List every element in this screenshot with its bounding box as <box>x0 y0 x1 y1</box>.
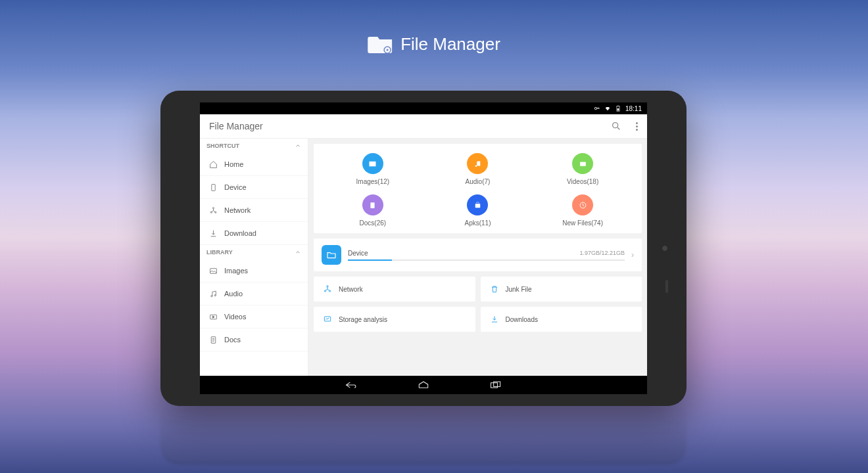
category-images[interactable]: Images(12) <box>320 153 425 185</box>
chevron-up-icon <box>295 249 301 256</box>
sidebar-item-label: Download <box>224 229 256 237</box>
category-newfiles[interactable]: New Files(74) <box>530 194 635 227</box>
category-videos[interactable]: Videos(18) <box>530 153 635 185</box>
svg-point-8 <box>212 207 214 208</box>
promo-title: File Manager <box>368 33 500 55</box>
download-icon <box>490 315 499 324</box>
category-label: Audio(7) <box>466 178 491 185</box>
clock-icon <box>572 194 593 215</box>
image-icon <box>209 267 218 275</box>
svg-point-18 <box>475 165 477 167</box>
tablet-frame: 18:11 File Manager SHORTCUT Home <box>160 91 687 406</box>
storage-bar-fill <box>348 259 392 261</box>
category-label: Images(12) <box>356 178 390 185</box>
svg-rect-7 <box>212 184 215 191</box>
svg-point-24 <box>327 286 328 287</box>
app-bar: File Manager <box>200 114 647 139</box>
storage-card[interactable]: Device 1.97GB/12.21GB › <box>314 238 642 271</box>
home-icon <box>209 160 218 169</box>
images-icon <box>362 153 383 174</box>
docs-icon <box>362 194 383 215</box>
storage-name: Device <box>348 250 368 257</box>
recents-button[interactable] <box>489 380 502 390</box>
folder-gear-icon <box>368 33 394 55</box>
svg-point-19 <box>479 164 481 166</box>
category-label: Apks(11) <box>464 219 491 227</box>
audio-icon <box>209 290 218 298</box>
storage-size: 1.97GB/12.21GB <box>579 250 625 257</box>
action-label: Downloads <box>506 316 538 323</box>
network-icon <box>209 206 218 215</box>
tablet-reflection <box>160 406 687 465</box>
sidebar-item-label: Home <box>224 160 243 168</box>
chevron-up-icon <box>295 143 301 149</box>
sidebar-item-label: Images <box>224 267 248 275</box>
folder-icon <box>322 245 341 265</box>
sidebar-item-images[interactable]: Images <box>200 259 308 282</box>
main-content: Images(12) Audio(7) Videos(18) Docs(26) <box>308 139 647 376</box>
sidebar-item-network[interactable]: Network <box>200 199 308 222</box>
sidebar-item-device[interactable]: Device <box>200 176 308 199</box>
sidebar-item-download[interactable]: Download <box>200 222 308 245</box>
search-icon[interactable] <box>611 121 621 131</box>
wifi-icon <box>604 105 611 112</box>
sidebar-item-label: Audio <box>224 290 243 298</box>
category-audio[interactable]: Audio(7) <box>425 153 531 185</box>
svg-point-13 <box>214 294 216 296</box>
svg-rect-11 <box>210 268 217 273</box>
status-bar: 18:11 <box>200 102 647 114</box>
category-label: New Files(74) <box>562 219 603 227</box>
sidebar-item-videos[interactable]: Videos <box>200 305 308 328</box>
back-button[interactable] <box>345 380 358 390</box>
sidebar-section-library[interactable]: LIBRARY <box>200 245 308 259</box>
action-storage-analysis[interactable]: Storage analysis <box>314 307 475 332</box>
action-downloads[interactable]: Downloads <box>481 307 642 332</box>
action-label: Network <box>339 286 363 293</box>
categories-card: Images(12) Audio(7) Videos(18) Docs(26) <box>314 144 642 233</box>
home-button[interactable] <box>417 380 430 390</box>
device-icon <box>209 183 218 192</box>
category-apks[interactable]: Apks(11) <box>425 194 531 227</box>
workspace: SHORTCUT Home Device Network Down <box>200 139 647 376</box>
svg-rect-22 <box>475 204 481 208</box>
svg-rect-4 <box>617 108 619 110</box>
category-label: Docs(26) <box>360 219 387 227</box>
chevron-right-icon: › <box>631 250 634 259</box>
action-label: Junk File <box>506 286 532 293</box>
overflow-menu-icon[interactable] <box>636 122 638 131</box>
android-navbar <box>200 376 647 394</box>
sidebar-item-label: Device <box>224 183 247 191</box>
category-docs[interactable]: Docs(26) <box>320 194 425 227</box>
action-network[interactable]: Network <box>314 277 475 302</box>
app-title: File Manager <box>209 121 263 131</box>
audio-icon <box>467 153 488 174</box>
docs-icon <box>209 336 218 344</box>
video-icon <box>209 313 218 321</box>
sidebar-item-label: Videos <box>224 313 246 321</box>
svg-rect-16 <box>370 161 376 166</box>
analysis-icon <box>323 315 332 324</box>
section-title: SHORTCUT <box>206 143 239 149</box>
status-time: 18:11 <box>625 105 642 112</box>
download-icon <box>209 229 218 238</box>
action-label: Storage analysis <box>339 316 387 323</box>
storage-info: Device 1.97GB/12.21GB <box>348 250 625 261</box>
svg-rect-28 <box>491 383 498 388</box>
sidebar-section-shortcut[interactable]: SHORTCUT <box>200 139 308 153</box>
action-junk-file[interactable]: Junk File <box>481 277 642 302</box>
section-title: LIBRARY <box>206 249 233 256</box>
key-icon <box>594 105 600 112</box>
sidebar-item-docs[interactable]: Docs <box>200 328 308 351</box>
svg-point-12 <box>211 295 212 296</box>
apks-icon <box>467 194 488 215</box>
svg-point-6 <box>613 123 618 128</box>
sidebar-item-label: Network <box>224 206 251 214</box>
sidebar-item-audio[interactable]: Audio <box>200 282 308 305</box>
storage-bar <box>348 259 625 261</box>
svg-point-17 <box>371 162 372 164</box>
network-icon <box>323 284 332 294</box>
sidebar-item-home[interactable]: Home <box>200 153 308 176</box>
actions-row-2: Storage analysis Downloads <box>314 307 642 332</box>
sidebar: SHORTCUT Home Device Network Down <box>200 139 308 376</box>
category-label: Videos(18) <box>567 178 598 185</box>
